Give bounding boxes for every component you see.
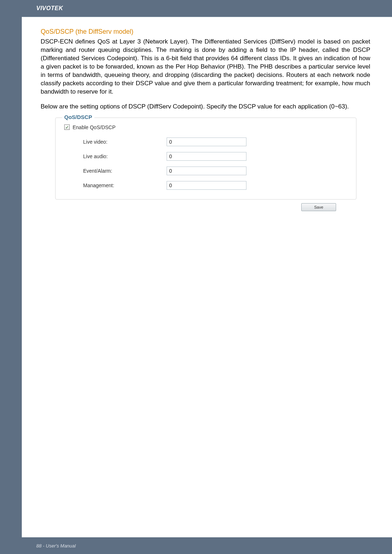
input-event-alarm[interactable] xyxy=(167,167,246,175)
input-management[interactable] xyxy=(167,181,246,190)
page: VIVOTEK QoS/DSCP (the DiffServ model) DS… xyxy=(22,0,392,554)
enable-qos-checkbox[interactable]: ✓ xyxy=(64,124,70,130)
save-button[interactable]: Save xyxy=(301,203,336,211)
row-event-alarm: Event/Alarm: xyxy=(63,164,349,178)
footer-bar: 88 - User's Manual xyxy=(22,537,392,554)
label-management: Management: xyxy=(83,182,167,188)
paragraph-1: DSCP-ECN defines QoS at Layer 3 (Network… xyxy=(41,38,370,96)
row-live-audio: Live audio: xyxy=(63,149,349,164)
qos-dscp-fieldset: QoS/DSCP ✓ Enable QoS/DSCP Live video: L… xyxy=(55,118,356,200)
row-management: Management: xyxy=(63,178,349,193)
input-live-audio[interactable] xyxy=(167,152,246,161)
enable-qos-label: Enable QoS/DSCP xyxy=(73,124,115,130)
fieldset-legend: QoS/DSCP xyxy=(62,114,94,120)
checkmark-icon: ✓ xyxy=(65,125,69,130)
paragraph-2: Below are the setting options of DSCP (D… xyxy=(41,103,370,111)
label-live-video: Live video: xyxy=(83,139,167,145)
section-title: QoS/DSCP (the DiffServ model) xyxy=(41,28,370,36)
left-stripe xyxy=(0,0,22,554)
save-button-wrap: Save xyxy=(55,203,356,211)
header-bar: VIVOTEK xyxy=(22,0,392,17)
input-live-video[interactable] xyxy=(167,138,246,146)
content-area: QoS/DSCP (the DiffServ model) DSCP-ECN d… xyxy=(22,17,392,211)
label-event-alarm: Event/Alarm: xyxy=(83,168,167,174)
label-live-audio: Live audio: xyxy=(83,153,167,159)
row-live-video: Live video: xyxy=(63,135,349,149)
enable-row: ✓ Enable QoS/DSCP xyxy=(63,124,349,130)
brand-text: VIVOTEK xyxy=(36,5,63,11)
footer-text: 88 - User's Manual xyxy=(36,543,76,549)
